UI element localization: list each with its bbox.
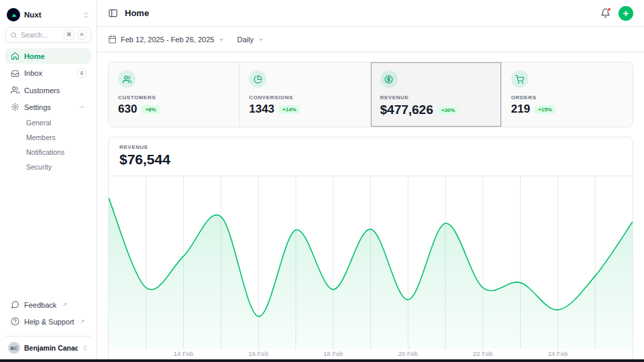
inbox-count-badge: 4: [77, 68, 86, 78]
revenue-chart-card: REVENUE $76,544 14 Feb16 Feb18 Feb20 Feb…: [108, 137, 633, 362]
sidebar-item-label: Inbox: [24, 69, 42, 77]
sidebar-nav: Home Inbox 4 Customers Settings: [5, 48, 91, 297]
svg-text:20 Feb: 20 Feb: [398, 350, 418, 357]
chevron-down-icon: [258, 36, 264, 43]
stat-delta-badge: +15%: [535, 105, 555, 114]
chart-header: REVENUE $76,544: [109, 137, 633, 176]
stat-value: $477,626: [380, 103, 433, 117]
external-link-icon: ↗: [80, 318, 85, 324]
stat-value: 630: [118, 103, 137, 116]
date-range-value: Feb 12, 2025 - Feb 26, 2025: [121, 36, 214, 44]
stat-card-revenue[interactable]: REVENUE $477,626 +20%: [371, 62, 502, 127]
help-support-link[interactable]: Help & Support ↗: [5, 314, 91, 329]
dashboard-app: Nuxt Search... ⌘ K Home: [0, 0, 644, 362]
window-bottom-edge: [0, 359, 644, 362]
stat-delta-badge: +14%: [279, 105, 300, 114]
stat-delta-badge: +8%: [142, 105, 159, 114]
plus-icon: +: [623, 8, 629, 18]
interval-select[interactable]: Daily: [237, 36, 264, 44]
stat-value: 219: [511, 103, 530, 116]
svg-text:22 Feb: 22 Feb: [473, 350, 493, 357]
sidebar-subitem-notifications[interactable]: Notifications: [5, 145, 91, 159]
sidebar-item-label: Customers: [24, 86, 60, 95]
revenue-area-chart: 14 Feb16 Feb18 Feb20 Feb22 Feb24 Feb: [109, 176, 633, 361]
cart-icon: [511, 70, 529, 88]
stat-label: CUSTOMERS: [118, 95, 229, 101]
pie-chart-icon: [249, 70, 266, 88]
users-icon: [11, 86, 19, 95]
page-header: Home +: [97, 0, 644, 27]
kbd-cmd: ⌘: [64, 30, 74, 40]
user-name: Benjamin Canac: [24, 344, 78, 352]
svg-text:24 Feb: 24 Feb: [548, 350, 568, 357]
calendar-icon: [108, 35, 117, 44]
sidebar-item-settings[interactable]: Settings: [5, 99, 91, 115]
sidebar-subitem-security[interactable]: Security: [5, 160, 91, 174]
chart-total-value: $76,544: [119, 152, 622, 168]
sidebar-item-inbox[interactable]: Inbox 4: [5, 65, 91, 81]
chevron-up-down-icon: [82, 345, 89, 351]
help-circle-icon: [11, 317, 19, 326]
stat-delta-badge: +20%: [438, 106, 459, 115]
avatar: BC: [8, 342, 20, 354]
external-link-icon: ↗: [62, 302, 67, 308]
stat-card-conversions[interactable]: CONVERSIONS 1343 +14%: [239, 62, 370, 127]
user-menu[interactable]: BC Benjamin Canac: [5, 336, 91, 357]
filter-bar: Feb 12, 2025 - Feb 26, 2025 Daily: [97, 27, 644, 52]
svg-text:18 Feb: 18 Feb: [323, 350, 343, 357]
chevron-up-down-icon: [83, 11, 90, 19]
stat-label: ORDERS: [511, 95, 623, 101]
sidebar-footer: Feedback ↗ Help & Support ↗ BC Benjamin …: [5, 297, 91, 357]
stat-label: REVENUE: [380, 95, 492, 101]
inbox-icon: [11, 69, 19, 78]
chevron-up-icon: [78, 103, 86, 111]
stat-label: CONVERSIONS: [249, 95, 360, 101]
main-area: Home + Feb 12, 2025 - Feb 26, 2025: [97, 0, 644, 362]
content: CUSTOMERS 630 +8% CONVERSIONS 1343 +14%: [97, 52, 644, 362]
footer-item-label: Help & Support: [24, 318, 74, 326]
sidebar-item-customers[interactable]: Customers: [5, 82, 91, 98]
sidebar-item-home[interactable]: Home: [5, 48, 91, 64]
message-bubble-icon: [11, 300, 19, 309]
stats-grid: CUSTOMERS 630 +8% CONVERSIONS 1343 +14%: [108, 62, 633, 127]
kbd-k: K: [78, 30, 87, 40]
nuxt-logo-icon: [7, 8, 20, 21]
collapse-sidebar-icon[interactable]: [108, 8, 118, 18]
gear-icon: [11, 103, 19, 111]
home-icon: [11, 52, 19, 60]
chart-plot-area[interactable]: 14 Feb16 Feb18 Feb20 Feb22 Feb24 Feb: [109, 176, 633, 361]
notification-dot: [607, 7, 611, 11]
notifications-button[interactable]: [600, 8, 610, 18]
users-icon: [118, 70, 136, 88]
interval-value: Daily: [237, 36, 253, 44]
page-title: Home: [125, 8, 149, 18]
sidebar-item-label: Settings: [24, 103, 51, 111]
workspace-name: Nuxt: [24, 11, 78, 19]
add-button[interactable]: +: [619, 6, 633, 21]
chevron-down-icon: [218, 36, 225, 43]
feedback-link[interactable]: Feedback ↗: [5, 297, 91, 312]
header-actions: +: [600, 6, 633, 21]
search-input[interactable]: Search... ⌘ K: [5, 27, 91, 43]
workspace-switcher[interactable]: Nuxt: [5, 5, 91, 25]
stat-value: 1343: [249, 103, 274, 116]
stat-card-customers[interactable]: CUSTOMERS 630 +8%: [109, 62, 239, 127]
search-placeholder: Search...: [21, 32, 60, 39]
sidebar-subitem-members[interactable]: Members: [5, 131, 91, 144]
date-range-picker[interactable]: Feb 12, 2025 - Feb 26, 2025: [108, 35, 225, 44]
stat-card-orders[interactable]: ORDERS 219 +15%: [502, 62, 633, 127]
svg-text:16 Feb: 16 Feb: [248, 350, 268, 357]
circle-dollar-icon: [380, 70, 398, 88]
sidebar-item-label: Home: [24, 52, 45, 60]
svg-text:14 Feb: 14 Feb: [174, 350, 194, 357]
sidebar: Nuxt Search... ⌘ K Home: [0, 0, 97, 362]
search-icon: [10, 32, 17, 39]
sidebar-subitem-general[interactable]: General: [5, 116, 91, 129]
footer-item-label: Feedback: [24, 301, 56, 309]
chart-label: REVENUE: [119, 144, 622, 150]
